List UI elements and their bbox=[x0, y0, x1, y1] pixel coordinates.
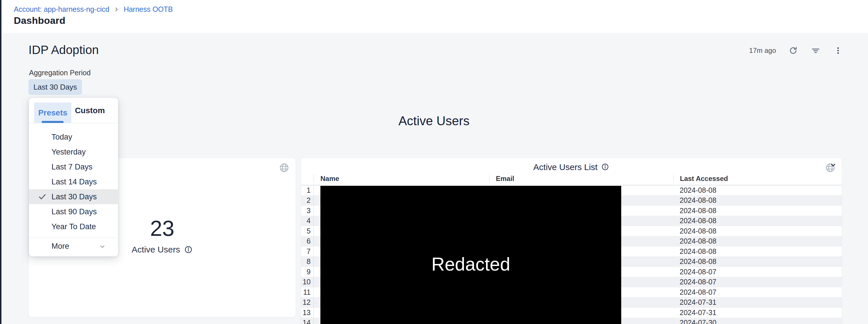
last-accessed-cell: 2024-08-08 bbox=[673, 226, 842, 236]
more-button[interactable]: More bbox=[29, 238, 118, 256]
dropdown-tabs: Presets Custom bbox=[29, 98, 118, 123]
tab-presets-label: Presets bbox=[38, 108, 67, 117]
globe-icon bbox=[279, 163, 289, 173]
last-refreshed-label: 17m ago bbox=[749, 46, 776, 55]
table-header-row: Name Email Last Accessed bbox=[301, 172, 842, 185]
column-header-email: Email bbox=[489, 175, 673, 183]
filter-icon bbox=[811, 46, 820, 55]
last-accessed-cell: 2024-07-31 bbox=[673, 297, 842, 308]
last-accessed-cell: 2024-08-08 bbox=[673, 246, 842, 256]
chevron-down-icon[interactable] bbox=[829, 161, 837, 169]
table-title: Active Users List bbox=[533, 162, 597, 172]
row-number: 7 bbox=[301, 246, 314, 256]
more-label: More bbox=[52, 242, 69, 251]
preset-option-label: Today bbox=[52, 133, 72, 142]
preset-option[interactable]: Last 14 Days bbox=[29, 174, 118, 189]
row-number: 1 bbox=[301, 185, 314, 195]
info-icon[interactable] bbox=[601, 163, 610, 172]
last-accessed-cell: 2024-08-08 bbox=[673, 257, 842, 267]
row-number: 4 bbox=[301, 216, 314, 226]
filter-button[interactable] bbox=[810, 45, 821, 56]
last-accessed-cell: 2024-07-30 bbox=[673, 318, 842, 324]
info-icon[interactable] bbox=[184, 245, 193, 254]
row-number: 6 bbox=[301, 237, 314, 246]
active-users-list-card: Active Users List Name Email Last Access… bbox=[301, 158, 842, 324]
preset-option[interactable]: Last 90 Days bbox=[29, 204, 118, 219]
kebab-menu-icon bbox=[834, 46, 842, 55]
last-accessed-cell: 2024-08-08 bbox=[673, 206, 842, 216]
preset-option[interactable]: Year To Date bbox=[29, 219, 118, 234]
tab-custom-label: Custom bbox=[75, 106, 105, 115]
row-number: 12 bbox=[301, 297, 314, 308]
breadcrumb: Account: app-harness-ng-cicd Harness OOT… bbox=[14, 5, 173, 13]
last-accessed-cell: 2024-08-08 bbox=[673, 185, 842, 195]
preset-option-label: Last 14 Days bbox=[52, 178, 97, 186]
row-number: 9 bbox=[301, 267, 314, 277]
preset-option[interactable]: Last 30 Days bbox=[29, 189, 118, 204]
preset-option[interactable]: Yesterday bbox=[29, 144, 118, 159]
preset-option-label: Year To Date bbox=[52, 222, 96, 231]
row-number: 3 bbox=[301, 206, 314, 216]
chevron-right-icon bbox=[113, 6, 120, 13]
panel-title: IDP Adoption bbox=[29, 43, 99, 57]
row-number: 13 bbox=[301, 308, 314, 318]
date-preset-dropdown: Presets Custom Today Yesterday Last 7 Da… bbox=[29, 98, 118, 256]
row-number-header bbox=[301, 175, 314, 183]
preset-option-label: Last 30 Days bbox=[52, 192, 97, 201]
preset-option[interactable]: Today bbox=[29, 130, 118, 144]
column-header-name: Name bbox=[314, 175, 489, 183]
sidebar-edge bbox=[0, 0, 1, 324]
redacted-overlay: Redacted bbox=[320, 186, 621, 324]
row-number: 8 bbox=[301, 257, 314, 267]
row-number: 14 bbox=[301, 318, 314, 324]
chevron-down-icon bbox=[98, 243, 106, 250]
refresh-button[interactable] bbox=[788, 45, 798, 56]
last-accessed-cell: 2024-08-08 bbox=[673, 237, 842, 246]
row-number: 2 bbox=[301, 195, 314, 206]
last-accessed-cell: 2024-08-08 bbox=[673, 216, 842, 226]
last-accessed-cell: 2024-08-08 bbox=[673, 195, 842, 206]
page-title: Dashboard bbox=[14, 15, 65, 26]
panel-actions: 17m ago bbox=[749, 45, 843, 56]
tab-presets[interactable]: Presets bbox=[34, 103, 71, 123]
active-tab-underline bbox=[42, 121, 64, 123]
row-number: 11 bbox=[301, 287, 314, 297]
preset-list: Today Yesterday Last 7 Days Last 14 Days… bbox=[29, 123, 118, 234]
check-icon bbox=[38, 192, 47, 201]
last-accessed-cell: 2024-08-07 bbox=[673, 277, 842, 287]
preset-option-label: Last 90 Days bbox=[52, 207, 97, 216]
top-header: Account: app-harness-ng-cicd Harness OOT… bbox=[1, 0, 868, 33]
preset-option-label: Last 7 Days bbox=[52, 163, 93, 172]
tab-custom[interactable]: Custom bbox=[71, 98, 108, 123]
row-number: 10 bbox=[301, 277, 314, 287]
last-accessed-cell: 2024-08-07 bbox=[673, 287, 842, 297]
row-number: 5 bbox=[301, 226, 314, 236]
metric-label: Active Users bbox=[132, 245, 180, 254]
breadcrumb-account-link[interactable]: Account: app-harness-ng-cicd bbox=[14, 5, 109, 13]
refresh-icon bbox=[788, 46, 798, 55]
column-header-last-accessed: Last Accessed bbox=[673, 175, 842, 183]
last-accessed-cell: 2024-07-31 bbox=[673, 308, 842, 318]
section-title: Active Users bbox=[0, 114, 868, 128]
panel-menu-button[interactable] bbox=[833, 45, 843, 56]
breadcrumb-page-link[interactable]: Harness OOTB bbox=[124, 5, 173, 13]
preset-option[interactable]: Last 7 Days bbox=[29, 159, 118, 174]
aggregation-period-trigger[interactable]: Last 30 Days bbox=[29, 79, 82, 95]
last-accessed-cell: 2024-08-07 bbox=[673, 267, 842, 277]
preset-option-label: Yesterday bbox=[52, 148, 86, 156]
aggregation-period-label: Aggregation Period bbox=[29, 69, 91, 77]
redacted-label: Redacted bbox=[431, 254, 510, 275]
